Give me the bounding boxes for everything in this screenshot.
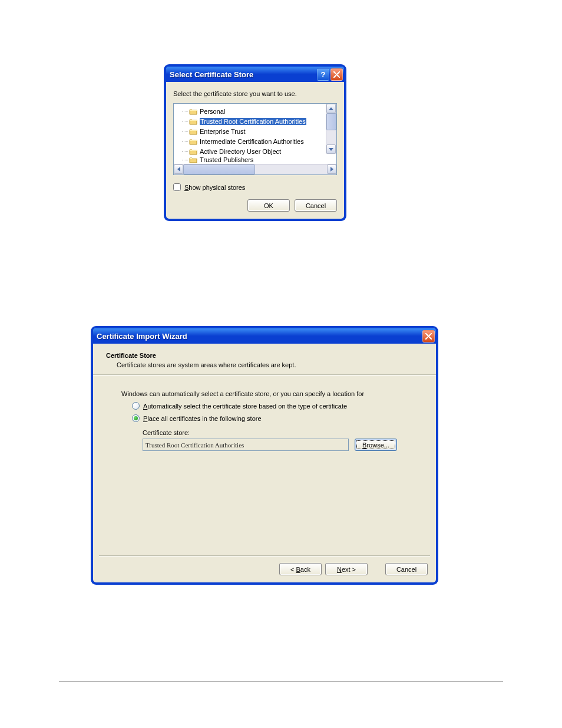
wizard-heading: Certificate Store xyxy=(106,352,423,359)
wizard-content: Windows can automatically select a certi… xyxy=(93,375,436,555)
checkbox-input[interactable] xyxy=(173,183,181,191)
scroll-down-button[interactable] xyxy=(326,144,336,154)
folder-icon xyxy=(189,118,197,125)
wizard-header: Certificate Store Certificate stores are… xyxy=(93,344,436,375)
tree-item-label: Intermediate Certification Authorities xyxy=(200,138,304,145)
tree-item-label: Trusted Publishers xyxy=(200,156,253,163)
vertical-scrollbar[interactable] xyxy=(326,104,336,154)
scroll-left-button[interactable] xyxy=(174,164,183,174)
cancel-button[interactable]: Cancel xyxy=(295,199,337,212)
scroll-track[interactable] xyxy=(326,113,336,144)
back-button[interactable]: < Back xyxy=(279,563,322,575)
close-button[interactable] xyxy=(422,330,435,342)
radio-label: Place all certificates in the following … xyxy=(143,415,262,422)
browse-button[interactable]: Browse... xyxy=(355,439,397,451)
tree-item-label: Active Directory User Object xyxy=(200,148,281,155)
checkbox-label: Show physical stores xyxy=(184,184,245,191)
wizard-intro-text: Windows can automatically select a certi… xyxy=(121,390,418,397)
scroll-up-button[interactable] xyxy=(326,104,336,113)
certificate-store-field[interactable] xyxy=(143,439,349,451)
store-label: Certificate store: xyxy=(143,429,418,436)
tree-item[interactable]: Trusted Root Certification Authorities xyxy=(174,116,336,126)
select-certificate-store-dialog: Select Certificate Store ? Select the ce… xyxy=(164,65,346,220)
show-physical-stores-checkbox[interactable]: Show physical stores xyxy=(173,183,337,191)
radio-label: Automatically select the certificate sto… xyxy=(143,403,347,410)
certificate-import-wizard-dialog: Certificate Import Wizard Certificate St… xyxy=(91,327,438,584)
tree-item-label: Trusted Root Certification Authorities xyxy=(200,118,306,125)
help-button[interactable]: ? xyxy=(317,68,329,81)
wizard-subheading: Certificate stores are system areas wher… xyxy=(117,361,423,368)
page-separator xyxy=(59,681,503,681)
folder-icon xyxy=(189,148,197,155)
tree-item-label: Personal xyxy=(200,108,225,115)
tree-item-label: Enterprise Trust xyxy=(200,128,246,135)
certificate-store-tree[interactable]: Personal Trusted Root Certification Auth… xyxy=(173,103,337,175)
certificate-store-group: Certificate store: Browse... xyxy=(143,429,418,451)
instruction-text: Select the certificate store you want to… xyxy=(173,90,337,97)
tree-item[interactable]: Enterprise Trust xyxy=(174,126,336,136)
folder-icon xyxy=(189,138,197,145)
folder-icon xyxy=(189,156,197,163)
scroll-track[interactable] xyxy=(183,164,327,174)
scroll-thumb[interactable] xyxy=(183,164,255,174)
radio-auto-select[interactable]: Automatically select the certificate sto… xyxy=(132,402,418,410)
dialog-title: Select Certificate Store xyxy=(170,70,316,79)
close-button[interactable] xyxy=(330,68,343,81)
ok-button[interactable]: OK xyxy=(247,199,290,212)
titlebar[interactable]: Certificate Import Wizard xyxy=(93,328,436,344)
tree-item[interactable]: Personal xyxy=(174,106,336,116)
scroll-right-button[interactable] xyxy=(327,164,336,174)
folder-icon xyxy=(189,128,197,135)
radio-icon xyxy=(132,402,140,410)
radio-place-all[interactable]: Place all certificates in the following … xyxy=(132,414,418,422)
horizontal-scrollbar[interactable] xyxy=(174,164,336,174)
folder-icon xyxy=(189,108,197,115)
titlebar[interactable]: Select Certificate Store ? xyxy=(166,67,344,82)
next-button[interactable]: Next > xyxy=(325,563,368,575)
scroll-thumb[interactable] xyxy=(326,113,336,130)
tree-item[interactable]: Intermediate Certification Authorities xyxy=(174,136,336,146)
cancel-button[interactable]: Cancel xyxy=(385,563,428,575)
tree-item[interactable]: Trusted Publishers xyxy=(174,156,336,163)
dialog-title: Certificate Import Wizard xyxy=(97,332,421,341)
radio-icon xyxy=(132,414,140,422)
tree-item[interactable]: Active Directory User Object xyxy=(174,146,336,156)
